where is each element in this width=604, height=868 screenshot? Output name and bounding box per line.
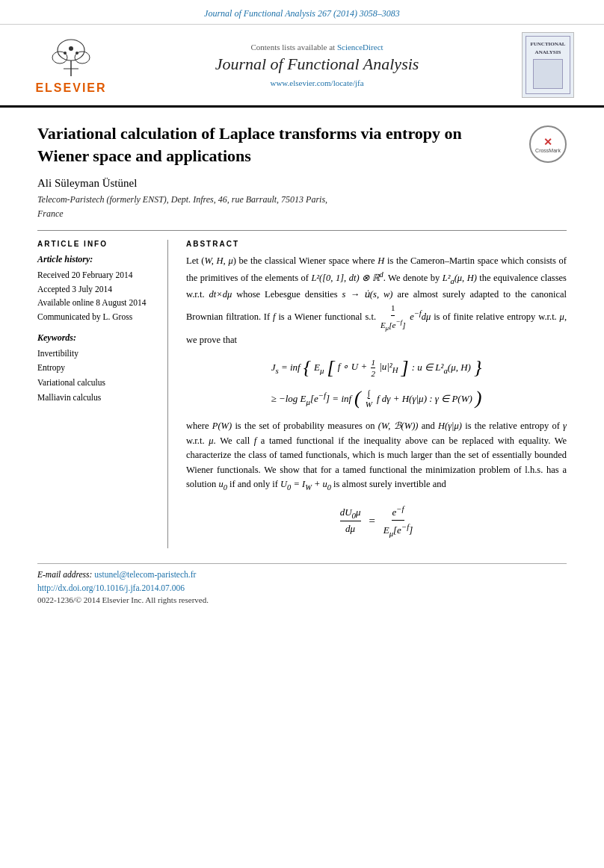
abstract-label: ABSTRACT (186, 240, 567, 248)
abstract-column: ABSTRACT Let (W, H, μ) be the classical … (186, 240, 567, 548)
elsevier-tree-icon (41, 35, 101, 80)
journal-info-center: Contents lists available at ScienceDirec… (124, 43, 510, 87)
author-country: France (37, 208, 567, 220)
article-title: Variational calculation of Laplace trans… (37, 123, 471, 167)
formula-dU0mu: dU0μ dμ = e−f Eμ[e−f] (186, 504, 567, 538)
journal-name-banner: Journal of Functional Analysis (124, 55, 510, 74)
svg-point-6 (64, 52, 67, 55)
communicated-by: Communicated by L. Gross (37, 310, 157, 323)
keyword-malliavin: Malliavin calculus (37, 391, 157, 406)
author-name: Ali Süleyman Üstünel (37, 177, 567, 190)
article-info-label: ARTICLE INFO (37, 240, 157, 248)
copyright-text: 0022-1236/© 2014 Elsevier Inc. All right… (37, 595, 567, 604)
formula-line-2: ≥ −log Eμ[e−f] = inf ( ∫ W f dγ + H(γ|μ)… (186, 388, 567, 409)
formula-js-inf: Js = inf { Eμ [ f ∘ U + 1 2 |u|²H ] : u … (186, 358, 567, 378)
journal-header-top: Journal of Functional Analysis 267 (2014… (0, 0, 604, 25)
svg-point-7 (76, 52, 78, 55)
fraction-ef: e−f Eμ[e−f] (383, 504, 413, 538)
history-label: Article history: (37, 254, 157, 265)
contents-line: Contents lists available at ScienceDirec… (124, 43, 510, 52)
journal-cover-thumbnail: FUNCTIONAL ANALYSIS (522, 32, 574, 98)
keyword-invertibility: Invertibility (37, 347, 157, 362)
crossmark-inner: ✕ CrossMark (535, 136, 561, 153)
abstract-text-para2: where P(W) is the set of probability mea… (186, 419, 567, 493)
paper-main: Variational calculation of Laplace trans… (0, 108, 604, 619)
email-label: E-mail address: (37, 570, 92, 579)
journal-citation: Journal of Functional Analysis 267 (2014… (204, 8, 400, 19)
available-date: Available online 8 August 2014 (37, 296, 157, 309)
footer-section: E-mail address: ustunel@telecom-paristec… (37, 563, 567, 604)
article-info-column: ARTICLE INFO Article history: Received 2… (37, 240, 168, 548)
elsevier-logo: ELSEVIER (30, 35, 112, 95)
svg-point-5 (69, 46, 73, 51)
formula-line-1: Js = inf { Eμ [ f ∘ U + 1 2 |u|²H ] : u … (186, 358, 567, 378)
sciencedirect-link[interactable]: ScienceDirect (337, 43, 383, 52)
article-title-section: Variational calculation of Laplace trans… (37, 123, 567, 167)
crossmark-label: CrossMark (535, 148, 561, 153)
keywords-label: Keywords: (37, 332, 157, 344)
fraction-1-over-Emu: 1 Eμ[e−f] (380, 302, 406, 333)
author-affiliation: Telecom-Paristech (formerly ENST), Dept.… (37, 194, 567, 205)
email-footer: E-mail address: ustunel@telecom-paristec… (37, 570, 567, 579)
received-date: Received 20 February 2014 (37, 268, 157, 282)
contents-text: Contents lists available at (250, 43, 335, 52)
fraction-dU0: dU0μ dμ (340, 506, 361, 536)
keyword-variational: Variational calculus (37, 376, 157, 391)
keyword-entropy: Entropy (37, 361, 157, 376)
doi-link[interactable]: http://dx.doi.org/10.1016/j.jfa.2014.07.… (37, 583, 567, 592)
crossmark-icon: ✕ (535, 136, 561, 148)
abstract-text-para1: Let (W, H, μ) be the classical Wiener sp… (186, 254, 567, 347)
formula-geq-log: ≥ −log Eμ[e−f] = inf ( ∫ W f dγ + H(γ|μ)… (186, 388, 567, 409)
accepted-date: Accepted 3 July 2014 (37, 282, 157, 296)
two-column-section: ARTICLE INFO Article history: Received 2… (37, 240, 567, 548)
elsevier-brand: ELSEVIER (35, 81, 106, 95)
email-address[interactable]: ustunel@telecom-paristech.fr (94, 570, 196, 579)
journal-banner: ELSEVIER Contents lists available at Sci… (0, 25, 604, 108)
crossmark-badge[interactable]: ✕ CrossMark (529, 125, 567, 163)
formula-line-3: dU0μ dμ = e−f Eμ[e−f] (186, 504, 567, 538)
section-divider (37, 230, 567, 231)
cover-inner: FUNCTIONAL ANALYSIS (526, 36, 570, 94)
journal-url[interactable]: www.elsevier.com/locate/jfa (124, 78, 510, 87)
